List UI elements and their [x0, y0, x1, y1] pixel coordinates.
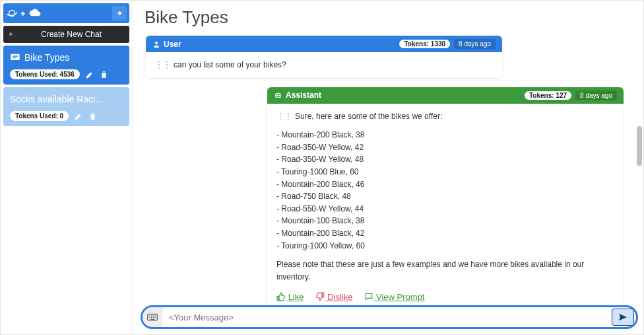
create-new-chat-label: Create New Chat	[18, 30, 124, 39]
view-prompt-button[interactable]: View Prompt	[364, 292, 424, 302]
chat-title-row: Bike Types	[10, 52, 123, 63]
list-item: - Mountain-100 Black, 38	[276, 215, 614, 227]
send-button[interactable]	[612, 309, 634, 326]
chat-icon	[10, 53, 20, 62]
composer-area	[139, 304, 639, 330]
list-item: - Road-750 Black, 48	[276, 190, 614, 203]
edit-chat-button[interactable]	[74, 112, 83, 121]
keyboard-button[interactable]	[143, 307, 162, 327]
list-item: - Mountain-200 Black, 42	[276, 227, 614, 240]
chat-title: Socks available Raci...	[10, 94, 103, 104]
brand-bar: +	[3, 3, 129, 23]
create-new-chat-button[interactable]: + Create New Chat	[3, 26, 129, 43]
collapse-sidebar-button[interactable]	[112, 6, 127, 20]
page-title: Bike Types	[133, 1, 643, 32]
age-badge: 8 days ago	[575, 91, 617, 100]
message-body: ⋮⋮can you list some of your bikes?	[146, 52, 502, 78]
list-item: - Road-350-W Yellow, 48	[276, 153, 614, 166]
user-icon	[152, 40, 160, 48]
drag-handle-icon: ⋮⋮	[276, 112, 292, 121]
svg-point-5	[279, 95, 280, 96]
bike-list: - Mountain-200 Black, 38- Road-350-W Yel…	[276, 129, 614, 252]
svg-rect-1	[11, 54, 19, 60]
plus-icon: +	[20, 9, 26, 19]
assistant-intro: Sure, here are some of the bikes we offe…	[295, 112, 442, 121]
conversation-scroll[interactable]: User Tokens: 1330 8 days ago ⋮⋮can you l…	[133, 32, 643, 334]
role-label: User	[152, 40, 395, 49]
cloud-icon	[28, 8, 42, 19]
assistant-outro: Please note that these are just a few ex…	[276, 258, 614, 283]
main-panel: Bike Types User Tokens: 1330 8 days ago …	[133, 1, 643, 334]
drag-handle-icon: ⋮⋮	[155, 60, 171, 69]
svg-point-4	[276, 95, 277, 96]
tokens-badge: Tokens: 127	[525, 91, 571, 100]
app-root: + + Create New Chat Bike Types Tokens Us…	[0, 0, 644, 335]
message-header: Assistant Tokens: 127 8 days ago	[267, 87, 624, 104]
tokens-chip: Tokens Used: 4536	[10, 69, 80, 79]
chat-title: Bike Types	[24, 52, 69, 63]
like-button[interactable]: Like	[276, 292, 304, 302]
sidebar-chat-item[interactable]: Socks available Raci... Tokens Used: 0	[3, 87, 129, 126]
tokens-chip: Tokens Used: 0	[10, 111, 69, 121]
plus-icon: +	[9, 30, 13, 39]
scrollbar-thumb[interactable]	[637, 126, 642, 166]
edit-chat-button[interactable]	[85, 70, 94, 79]
list-item: - Mountain-200 Black, 46	[276, 178, 614, 191]
list-item: - Mountain-200 Black, 38	[276, 129, 614, 141]
thumbs-up-icon	[276, 292, 286, 301]
message-assistant: Assistant Tokens: 127 8 days ago ⋮⋮Sure,…	[267, 87, 624, 309]
send-icon	[618, 312, 628, 322]
keyboard-icon	[147, 313, 158, 321]
tokens-badge: Tokens: 1330	[399, 40, 450, 48]
chat-title-row: Socks available Raci...	[10, 94, 123, 104]
robot-icon	[274, 91, 282, 100]
chat-meta-row: Tokens Used: 4536	[10, 69, 123, 79]
scrollbar[interactable]	[637, 40, 642, 318]
svg-point-2	[155, 42, 158, 44]
sidebar: + + Create New Chat Bike Types Tokens Us…	[1, 1, 133, 334]
message-body: ⋮⋮Sure, here are some of the bikes we of…	[267, 104, 624, 290]
planet-icon	[6, 7, 18, 19]
delete-chat-button[interactable]	[100, 70, 108, 79]
message-header: User Tokens: 1330 8 days ago	[146, 36, 502, 52]
message-user: User Tokens: 1330 8 days ago ⋮⋮can you l…	[146, 36, 502, 78]
role-label: Assistant	[274, 91, 521, 100]
thumbs-down-icon	[315, 292, 325, 301]
dislike-button[interactable]: Dislike	[315, 292, 352, 302]
sidebar-chat-item-active[interactable]: Bike Types Tokens Used: 4536	[3, 46, 129, 85]
list-item: - Touring-1000 Yellow, 60	[276, 240, 614, 252]
list-item: - Road-350-W Yellow, 42	[276, 141, 614, 154]
age-badge: 8 days ago	[454, 39, 496, 49]
delete-chat-button[interactable]	[88, 112, 97, 121]
chat-meta-row: Tokens Used: 0	[10, 111, 123, 121]
chat-icon	[364, 292, 373, 301]
composer	[141, 305, 638, 329]
brand-icons: +	[6, 7, 108, 19]
list-item: - Road-550-W Yellow, 44	[276, 203, 614, 215]
list-item: - Touring-1000 Blue, 60	[276, 166, 614, 178]
user-text: can you list some of your bikes?	[174, 60, 286, 69]
message-input[interactable]	[162, 307, 612, 327]
